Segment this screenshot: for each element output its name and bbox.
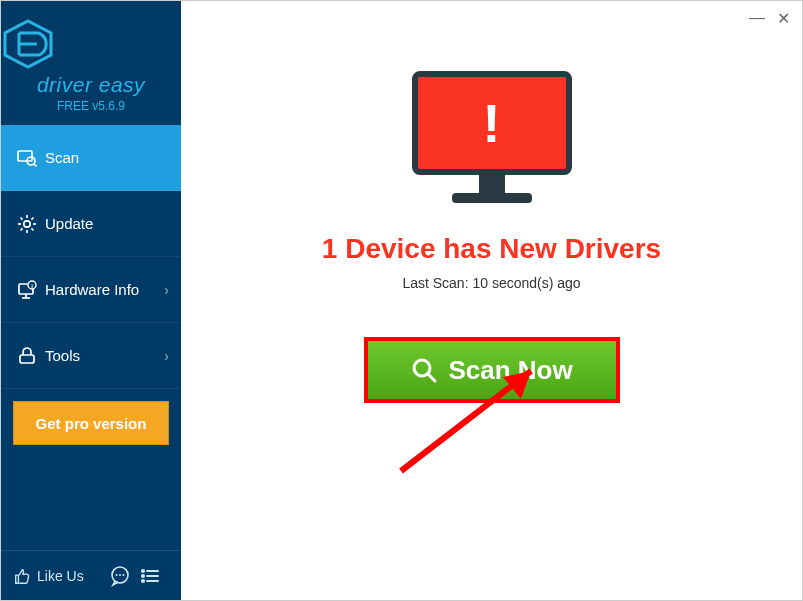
svg-line-32	[428, 374, 435, 381]
close-button[interactable]: ✕	[777, 9, 790, 28]
sidebar-item-label: Scan	[45, 149, 79, 166]
tools-icon	[17, 346, 45, 366]
svg-rect-20	[20, 355, 34, 363]
minimize-button[interactable]: —	[749, 9, 765, 28]
last-scan-text: Last Scan: 10 second(s) ago	[402, 275, 580, 291]
svg-point-6	[24, 220, 30, 226]
svg-line-11	[21, 217, 23, 219]
svg-line-14	[31, 217, 33, 219]
sidebar: driver easy FREE v5.6.9 Scan Update i Ha…	[1, 1, 181, 600]
settings-list-button[interactable]	[139, 565, 169, 587]
chat-bubble-icon	[109, 565, 131, 587]
svg-line-12	[31, 228, 33, 230]
sidebar-item-scan[interactable]: Scan	[1, 125, 181, 191]
monitor-neck	[479, 175, 505, 193]
svg-point-23	[119, 574, 121, 576]
like-us-label: Like Us	[37, 568, 84, 584]
scan-now-button[interactable]: Scan Now	[364, 337, 620, 403]
brand-version: FREE v5.6.9	[1, 99, 181, 113]
scan-icon	[17, 148, 45, 168]
brand-name: driver easy	[1, 73, 181, 97]
window-controls: — ✕	[749, 9, 790, 28]
chevron-right-icon: ›	[164, 282, 169, 298]
svg-line-13	[21, 228, 23, 230]
main-content: — ✕ ! 1 Device has New Drivers Last Scan…	[181, 1, 802, 600]
get-pro-label: Get pro version	[36, 415, 147, 432]
chevron-right-icon: ›	[164, 348, 169, 364]
sidebar-bottom-bar: Like Us	[1, 550, 181, 600]
svg-point-27	[142, 574, 144, 576]
list-icon	[139, 565, 161, 587]
svg-point-24	[123, 574, 125, 576]
sidebar-item-update[interactable]: Update	[1, 191, 181, 257]
feedback-button[interactable]	[109, 565, 139, 587]
sidebar-item-hardware-info[interactable]: i Hardware Info ›	[1, 257, 181, 323]
svg-point-22	[116, 574, 118, 576]
hardware-icon: i	[17, 280, 45, 300]
exclamation-icon: !	[483, 92, 501, 154]
sidebar-item-tools[interactable]: Tools ›	[1, 323, 181, 389]
sidebar-item-label: Hardware Info	[45, 281, 139, 298]
magnifier-icon	[410, 356, 438, 384]
scan-now-label: Scan Now	[448, 355, 572, 386]
monitor-base	[452, 193, 532, 203]
svg-point-29	[142, 579, 144, 581]
gear-icon	[17, 214, 45, 234]
get-pro-button[interactable]: Get pro version	[13, 401, 169, 445]
svg-line-5	[34, 164, 37, 167]
brand-logo-area: driver easy FREE v5.6.9	[1, 1, 181, 125]
sidebar-item-label: Update	[45, 215, 93, 232]
monitor-screen-icon: !	[412, 71, 572, 175]
like-us-button[interactable]: Like Us	[13, 567, 109, 585]
brand-logo-icon	[1, 19, 55, 69]
sidebar-item-label: Tools	[45, 347, 80, 364]
alert-monitor-graphic: !	[412, 71, 572, 221]
svg-rect-3	[18, 151, 32, 161]
scan-result-headline: 1 Device has New Drivers	[322, 233, 661, 265]
svg-point-25	[142, 569, 144, 571]
thumbs-up-icon	[13, 567, 31, 585]
